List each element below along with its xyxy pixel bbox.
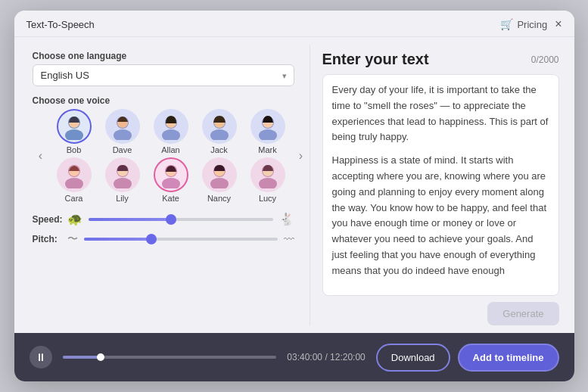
svg-point-10 [210,129,229,140]
pricing-label: Pricing [517,19,547,30]
language-select-wrapper: English US [33,64,294,86]
voice-section: Choose one voice ‹ Bob [33,95,294,203]
dialog: Text-To-Speech 🛒 Pricing × Choose one la… [14,11,574,381]
text-paragraph-1: Every day of your life, it is important … [332,82,549,145]
titlebar-right: 🛒 Pricing × [500,18,562,30]
voice-name-lucy: Lucy [259,194,276,203]
voice-item-lucy[interactable]: Lucy [246,157,290,203]
voice-name-mark: Mark [258,145,276,154]
voice-avatar-lucy [250,157,285,192]
voice-item-bob[interactable]: Bob [52,109,96,154]
total-time: 12:20:00 [330,352,366,362]
enter-text-title: Enter your text [322,51,429,68]
voice-avatar-bob [57,109,92,144]
language-section: Choose one language English US [33,51,294,86]
svg-point-28 [259,178,277,188]
speed-slider-fill [89,218,172,221]
language-select[interactable]: English US [33,64,294,86]
voice-name-bob: Bob [67,145,82,154]
close-button[interactable]: × [555,18,562,30]
voice-name-nancy: Nancy [207,194,231,203]
svg-point-7 [162,129,180,140]
bottom-bar: ⏸ 03:40:00 / 12:20:00 Download Add to ti… [14,333,574,381]
voice-name-cara: Cara [65,194,83,203]
svg-point-25 [210,178,229,188]
text-paragraph-2: Happiness is a state of mind. It starts … [332,153,549,278]
generate-btn-area: Generate [322,302,559,325]
voice-avatar-dave [105,109,140,144]
cart-icon: 🛒 [500,18,513,30]
voice-item-cara[interactable]: Cara [52,157,96,203]
speed-slider-track[interactable] [89,218,273,221]
pause-icon: ⏸ [36,351,46,363]
svg-point-1 [65,129,83,140]
right-panel: Enter your text 0/2000 Every day of your… [310,37,574,333]
progress-track[interactable] [63,356,277,359]
speed-label: Speed: [33,214,61,225]
language-section-label: Choose one language [33,51,294,61]
progress-thumb[interactable] [97,353,104,361]
voice-item-allan[interactable]: Allan [149,109,193,154]
right-header: Enter your text 0/2000 [322,51,559,68]
download-button[interactable]: Download [376,344,450,372]
voice-item-mark[interactable]: Mark [246,109,290,154]
voices-row-1: Bob Dave [52,109,290,154]
slider-section: Speed: 🐢 🐇 Pitch: 〜 〰 [33,212,294,246]
main-content: Choose one language English US Choose on… [14,37,574,333]
pricing-button[interactable]: 🛒 Pricing [500,18,547,30]
svg-point-13 [259,129,277,140]
pitch-high-icon: 〰 [284,233,294,245]
voice-item-jack[interactable]: Jack [198,109,241,154]
voice-item-dave[interactable]: Dave [101,109,145,154]
voice-avatar-mark [250,109,285,144]
voice-section-label: Choose one voice [33,95,294,106]
generate-button[interactable]: Generate [487,302,558,325]
voice-carousel: ‹ Bob [33,109,294,203]
voice-avatar-jack [202,109,237,144]
pitch-slider-fill [84,238,152,241]
pitch-slider-track[interactable] [84,238,278,241]
pause-button[interactable]: ⏸ [30,346,52,369]
svg-point-19 [114,178,132,188]
voice-name-jack: Jack [210,145,228,154]
prev-arrow[interactable]: ‹ [33,148,49,164]
current-time: 03:40:00 [287,352,322,362]
voices-row-2: Cara Lily [52,157,290,203]
titlebar: Text-To-Speech 🛒 Pricing × [14,11,574,37]
voice-avatar-allan [154,109,188,144]
speed-row: Speed: 🐢 🐇 [33,212,294,226]
svg-point-4 [114,129,132,140]
svg-point-22 [162,178,180,188]
next-arrow[interactable]: › [293,148,310,164]
add-timeline-button[interactable]: Add to timeline [458,344,559,372]
voice-avatar-cara [57,157,92,192]
voice-name-lily: Lily [116,194,129,203]
voice-name-dave: Dave [113,145,132,154]
voice-item-nancy[interactable]: Nancy [198,157,241,203]
pitch-slider-thumb[interactable] [146,234,157,244]
voice-item-kate[interactable]: Kate [149,157,193,203]
voice-avatar-nancy [202,157,237,192]
speed-slider-thumb[interactable] [166,214,176,225]
pitch-label: Pitch: [33,234,61,244]
left-panel: Choose one language English US Choose on… [14,37,310,333]
time-display: 03:40:00 / 12:20:00 [287,352,365,362]
voice-avatar-kate [154,157,188,192]
speed-fast-icon: 🐇 [279,212,294,226]
progress-fill [63,356,101,359]
bottom-actions: Download Add to timeline [376,344,559,372]
voices-grid: Bob Dave [52,109,290,203]
text-area[interactable]: Every day of your life, it is important … [322,74,559,296]
dialog-title: Text-To-Speech [26,19,95,30]
voice-name-kate: Kate [162,194,179,203]
speed-slow-icon: 🐢 [67,212,82,226]
voice-name-allan: Allan [161,145,179,154]
pitch-low-icon: 〜 [67,232,78,246]
svg-point-16 [65,178,83,188]
voice-avatar-lily [105,157,140,192]
voice-item-lily[interactable]: Lily [101,157,145,203]
pitch-row: Pitch: 〜 〰 [33,232,294,246]
char-count: 0/2000 [531,54,559,65]
